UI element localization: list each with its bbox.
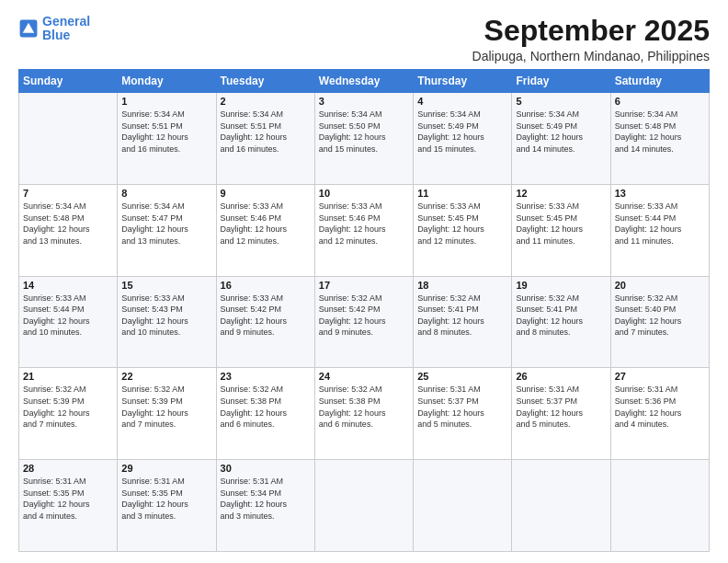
- calendar-cell: 7Sunrise: 5:34 AM Sunset: 5:48 PM Daylig…: [19, 184, 118, 276]
- day-info: Sunrise: 5:32 AM Sunset: 5:40 PM Dayligh…: [615, 293, 705, 339]
- day-info: Sunrise: 5:34 AM Sunset: 5:49 PM Dayligh…: [516, 109, 606, 155]
- day-info: Sunrise: 5:34 AM Sunset: 5:47 PM Dayligh…: [121, 201, 211, 247]
- day-number: 15: [121, 280, 211, 291]
- logo-text: General Blue: [42, 15, 90, 43]
- calendar-cell: 23Sunrise: 5:32 AM Sunset: 5:38 PM Dayli…: [216, 368, 314, 460]
- calendar-cell: 25Sunrise: 5:31 AM Sunset: 5:37 PM Dayli…: [414, 368, 512, 460]
- day-number: 7: [23, 188, 113, 199]
- header-row: General Blue September 2025 Dalipuga, No…: [18, 15, 710, 63]
- day-info: Sunrise: 5:33 AM Sunset: 5:46 PM Dayligh…: [319, 201, 409, 247]
- header-tuesday: Tuesday: [216, 70, 314, 93]
- header-monday: Monday: [118, 70, 216, 93]
- calendar-cell: 21Sunrise: 5:32 AM Sunset: 5:39 PM Dayli…: [19, 368, 118, 460]
- calendar-cell: 13Sunrise: 5:33 AM Sunset: 5:44 PM Dayli…: [610, 184, 709, 276]
- day-info: Sunrise: 5:32 AM Sunset: 5:39 PM Dayligh…: [23, 384, 113, 430]
- calendar-cell: 2Sunrise: 5:34 AM Sunset: 5:51 PM Daylig…: [216, 93, 314, 185]
- page: General Blue September 2025 Dalipuga, No…: [0, 0, 728, 563]
- day-info: Sunrise: 5:33 AM Sunset: 5:45 PM Dayligh…: [417, 201, 507, 247]
- day-info: Sunrise: 5:34 AM Sunset: 5:51 PM Dayligh…: [221, 109, 311, 155]
- calendar-header-row: Sunday Monday Tuesday Wednesday Thursday…: [19, 70, 710, 93]
- calendar-cell: [610, 460, 709, 552]
- calendar-week-row-1: 1Sunrise: 5:34 AM Sunset: 5:51 PM Daylig…: [19, 93, 710, 185]
- calendar-cell: 22Sunrise: 5:32 AM Sunset: 5:39 PM Dayli…: [118, 368, 216, 460]
- calendar-cell: 29Sunrise: 5:31 AM Sunset: 5:35 PM Dayli…: [118, 460, 216, 552]
- day-number: 12: [516, 188, 606, 199]
- day-number: 14: [23, 280, 113, 291]
- day-info: Sunrise: 5:34 AM Sunset: 5:48 PM Dayligh…: [615, 109, 705, 155]
- calendar-cell: 28Sunrise: 5:31 AM Sunset: 5:35 PM Dayli…: [19, 460, 118, 552]
- calendar-cell: 19Sunrise: 5:32 AM Sunset: 5:41 PM Dayli…: [512, 276, 610, 368]
- logo-icon: [18, 18, 39, 39]
- header-friday: Friday: [512, 70, 610, 93]
- day-number: 13: [615, 188, 705, 199]
- day-info: Sunrise: 5:33 AM Sunset: 5:44 PM Dayligh…: [615, 201, 705, 247]
- day-number: 17: [319, 280, 409, 291]
- day-info: Sunrise: 5:34 AM Sunset: 5:50 PM Dayligh…: [319, 109, 409, 155]
- day-number: 25: [417, 371, 507, 382]
- calendar-cell: 15Sunrise: 5:33 AM Sunset: 5:43 PM Dayli…: [118, 276, 216, 368]
- calendar-cell: 1Sunrise: 5:34 AM Sunset: 5:51 PM Daylig…: [118, 93, 216, 185]
- calendar-cell: [512, 460, 610, 552]
- header-wednesday: Wednesday: [314, 70, 413, 93]
- day-number: 5: [516, 96, 606, 107]
- calendar-cell: 5Sunrise: 5:34 AM Sunset: 5:49 PM Daylig…: [512, 93, 610, 185]
- day-info: Sunrise: 5:33 AM Sunset: 5:46 PM Dayligh…: [221, 201, 311, 247]
- day-info: Sunrise: 5:33 AM Sunset: 5:45 PM Dayligh…: [516, 201, 606, 247]
- day-number: 11: [417, 188, 507, 199]
- day-number: 22: [121, 371, 211, 382]
- day-info: Sunrise: 5:32 AM Sunset: 5:38 PM Dayligh…: [221, 384, 311, 430]
- day-number: 16: [221, 280, 311, 291]
- calendar-cell: 10Sunrise: 5:33 AM Sunset: 5:46 PM Dayli…: [314, 184, 413, 276]
- calendar-cell: 16Sunrise: 5:33 AM Sunset: 5:42 PM Dayli…: [216, 276, 314, 368]
- day-info: Sunrise: 5:32 AM Sunset: 5:39 PM Dayligh…: [121, 384, 211, 430]
- day-number: 29: [121, 463, 211, 474]
- day-number: 28: [23, 463, 113, 474]
- header-saturday: Saturday: [610, 70, 709, 93]
- day-number: 6: [615, 96, 705, 107]
- day-info: Sunrise: 5:32 AM Sunset: 5:41 PM Dayligh…: [417, 293, 507, 339]
- calendar-cell: [414, 460, 512, 552]
- calendar-cell: 27Sunrise: 5:31 AM Sunset: 5:36 PM Dayli…: [610, 368, 709, 460]
- day-info: Sunrise: 5:33 AM Sunset: 5:43 PM Dayligh…: [121, 293, 211, 339]
- calendar-cell: 14Sunrise: 5:33 AM Sunset: 5:44 PM Dayli…: [19, 276, 118, 368]
- day-info: Sunrise: 5:31 AM Sunset: 5:35 PM Dayligh…: [121, 476, 211, 522]
- day-info: Sunrise: 5:34 AM Sunset: 5:48 PM Dayligh…: [23, 201, 113, 247]
- day-info: Sunrise: 5:31 AM Sunset: 5:37 PM Dayligh…: [516, 384, 606, 430]
- calendar-cell: 30Sunrise: 5:31 AM Sunset: 5:34 PM Dayli…: [216, 460, 314, 552]
- calendar-week-row-2: 7Sunrise: 5:34 AM Sunset: 5:48 PM Daylig…: [19, 184, 710, 276]
- calendar-cell: 11Sunrise: 5:33 AM Sunset: 5:45 PM Dayli…: [414, 184, 512, 276]
- day-number: 10: [319, 188, 409, 199]
- calendar-cell: [19, 93, 118, 185]
- calendar-cell: [314, 460, 413, 552]
- day-info: Sunrise: 5:32 AM Sunset: 5:42 PM Dayligh…: [319, 293, 409, 339]
- calendar-cell: 4Sunrise: 5:34 AM Sunset: 5:49 PM Daylig…: [414, 93, 512, 185]
- day-number: 23: [221, 371, 311, 382]
- header-sunday: Sunday: [19, 70, 118, 93]
- logo: General Blue: [18, 15, 90, 43]
- calendar-cell: 18Sunrise: 5:32 AM Sunset: 5:41 PM Dayli…: [414, 276, 512, 368]
- day-info: Sunrise: 5:34 AM Sunset: 5:51 PM Dayligh…: [121, 109, 211, 155]
- day-number: 4: [417, 96, 507, 107]
- calendar-week-row-5: 28Sunrise: 5:31 AM Sunset: 5:35 PM Dayli…: [19, 460, 710, 552]
- calendar-cell: 9Sunrise: 5:33 AM Sunset: 5:46 PM Daylig…: [216, 184, 314, 276]
- calendar-cell: 12Sunrise: 5:33 AM Sunset: 5:45 PM Dayli…: [512, 184, 610, 276]
- location-title: Dalipuga, Northern Mindanao, Philippines: [472, 49, 710, 63]
- day-info: Sunrise: 5:33 AM Sunset: 5:42 PM Dayligh…: [221, 293, 311, 339]
- calendar-cell: 20Sunrise: 5:32 AM Sunset: 5:40 PM Dayli…: [610, 276, 709, 368]
- title-block: September 2025 Dalipuga, Northern Mindan…: [472, 15, 710, 63]
- calendar-cell: 17Sunrise: 5:32 AM Sunset: 5:42 PM Dayli…: [314, 276, 413, 368]
- day-info: Sunrise: 5:32 AM Sunset: 5:41 PM Dayligh…: [516, 293, 606, 339]
- day-number: 2: [221, 96, 311, 107]
- month-title: September 2025: [472, 15, 710, 47]
- calendar-cell: 8Sunrise: 5:34 AM Sunset: 5:47 PM Daylig…: [118, 184, 216, 276]
- day-number: 19: [516, 280, 606, 291]
- day-number: 18: [417, 280, 507, 291]
- day-number: 27: [615, 371, 705, 382]
- calendar-cell: 6Sunrise: 5:34 AM Sunset: 5:48 PM Daylig…: [610, 93, 709, 185]
- day-number: 30: [221, 463, 311, 474]
- day-info: Sunrise: 5:31 AM Sunset: 5:35 PM Dayligh…: [23, 476, 113, 522]
- calendar-week-row-4: 21Sunrise: 5:32 AM Sunset: 5:39 PM Dayli…: [19, 368, 710, 460]
- header-thursday: Thursday: [414, 70, 512, 93]
- logo-line2: Blue: [42, 28, 70, 42]
- day-info: Sunrise: 5:33 AM Sunset: 5:44 PM Dayligh…: [23, 293, 113, 339]
